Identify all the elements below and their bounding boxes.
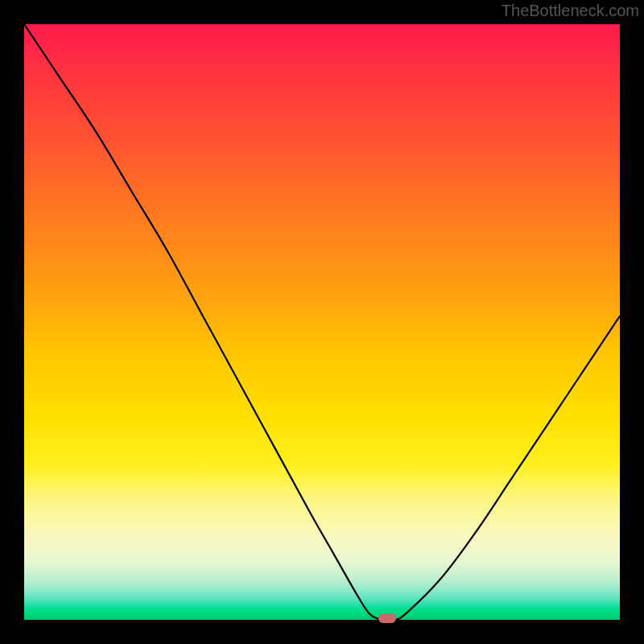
chart-plot-area <box>24 24 620 620</box>
bottleneck-curve <box>24 24 620 620</box>
watermark-text: TheBottleneck.com <box>502 2 639 20</box>
optimum-marker <box>378 613 396 623</box>
